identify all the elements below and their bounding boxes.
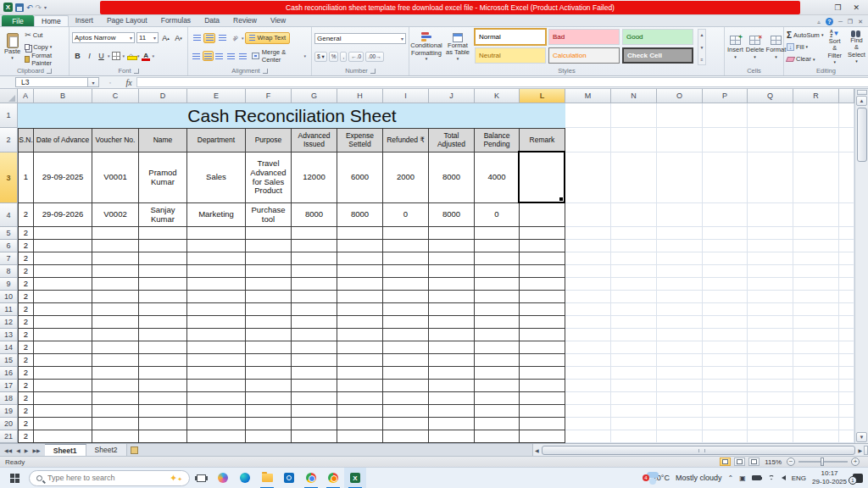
row-header-12[interactable]: 12 [0,316,18,329]
column-header-G[interactable]: G [292,89,337,103]
save-icon[interactable] [15,3,24,12]
file-explorer-button[interactable] [256,468,278,488]
cell[interactable] [520,203,565,227]
cell[interactable] [187,252,246,265]
empty-cell[interactable] [611,380,657,392]
copilot-button[interactable] [212,468,234,488]
underline-button[interactable]: U [96,51,107,62]
cell[interactable]: V0001 [92,152,139,203]
empty-cell[interactable] [657,240,703,252]
start-button[interactable] [0,468,29,488]
cell[interactable] [383,354,429,367]
empty-cell[interactable] [565,392,611,405]
cell[interactable] [92,392,139,405]
cell[interactable] [292,329,337,341]
empty-cell[interactable] [748,103,793,128]
cell[interactable] [337,265,383,278]
cell[interactable] [429,316,475,329]
cell[interactable] [139,392,187,405]
empty-cell[interactable] [657,405,703,418]
clear-button[interactable]: Clear▾ [787,53,823,64]
cell[interactable] [520,316,565,329]
workbook-minimize-icon[interactable]: ─ [838,18,843,25]
percent-style-button[interactable]: % [329,52,339,62]
cell[interactable] [139,329,187,341]
cell[interactable] [292,240,337,252]
number-format-select[interactable]: General▾ [314,33,406,44]
row-header-9[interactable]: 9 [0,278,18,291]
cell[interactable] [187,418,246,430]
empty-cell[interactable] [793,380,839,392]
cell[interactable] [475,316,520,329]
cell[interactable] [34,252,92,265]
vertical-split-handle[interactable] [857,90,867,95]
cell[interactable] [475,354,520,367]
align-top-button[interactable] [191,33,203,43]
scroll-left-icon[interactable]: ◀ [533,447,541,453]
cell[interactable] [139,252,187,265]
cell[interactable] [34,418,92,430]
workbook-restore-icon[interactable]: ❐ [848,18,853,25]
empty-cell[interactable] [839,227,854,240]
cell[interactable]: 8000 [429,152,475,203]
cell[interactable] [429,354,475,367]
empty-cell[interactable] [611,303,657,316]
empty-cell[interactable] [565,329,611,341]
scroll-down-icon[interactable]: ▼ [856,432,867,442]
cell[interactable] [246,291,292,303]
cell[interactable] [337,354,383,367]
cell[interactable] [292,316,337,329]
cell[interactable] [475,278,520,291]
empty-cell[interactable] [565,227,611,240]
empty-cell[interactable] [839,278,854,291]
cell[interactable] [139,418,187,430]
sheet-tab-sheet2[interactable]: Sheet2 [86,444,127,456]
empty-cell[interactable] [839,291,854,303]
cell[interactable]: Remark [520,128,565,152]
cell[interactable] [92,227,139,240]
cell[interactable] [139,291,187,303]
cell[interactable] [139,405,187,418]
font-size-select[interactable]: 11▾ [136,32,159,43]
cell[interactable] [187,278,246,291]
row-header-7[interactable]: 7 [0,252,18,265]
row-header-13[interactable]: 13 [0,329,18,341]
row-header-6[interactable]: 6 [0,240,18,252]
column-header-E[interactable]: E [187,89,246,103]
cell[interactable] [520,291,565,303]
cell[interactable]: Travel Advanced for Sales Product [246,152,292,203]
cell[interactable] [383,329,429,341]
empty-cell[interactable] [793,367,839,380]
cell-style-check-cell[interactable]: Check Cell [622,47,693,64]
cell[interactable] [187,380,246,392]
cell[interactable] [292,405,337,418]
cell[interactable] [475,392,520,405]
tab-file[interactable]: File [2,15,34,26]
close-window-icon[interactable]: ✕ [853,3,860,12]
cell[interactable] [139,354,187,367]
cell[interactable] [246,418,292,430]
empty-cell[interactable] [657,380,703,392]
notification-center-icon[interactable] [853,474,863,483]
empty-cell[interactable] [703,278,748,291]
cell[interactable]: 2 [18,354,34,367]
cell[interactable]: 2 [18,341,34,354]
conditional-formatting-button[interactable]: Conditional Formatting▾ [412,29,441,65]
taskbar-search[interactable]: ✦✦ [29,470,190,486]
next-sheet-icon[interactable]: ▶ [23,447,31,453]
cell[interactable] [429,329,475,341]
cell[interactable] [139,430,187,443]
clock[interactable]: 10:1729-10-2025 [812,469,847,485]
empty-cell[interactable] [611,418,657,430]
cell[interactable]: Name [139,128,187,152]
cell[interactable] [246,329,292,341]
cell[interactable]: 4000 [475,152,520,203]
cell[interactable] [337,341,383,354]
cell[interactable]: 2 [18,203,34,227]
empty-cell[interactable] [565,240,611,252]
cell[interactable] [475,405,520,418]
cell[interactable] [383,252,429,265]
cell[interactable] [34,430,92,443]
empty-cell[interactable] [703,103,748,128]
cell[interactable] [429,392,475,405]
